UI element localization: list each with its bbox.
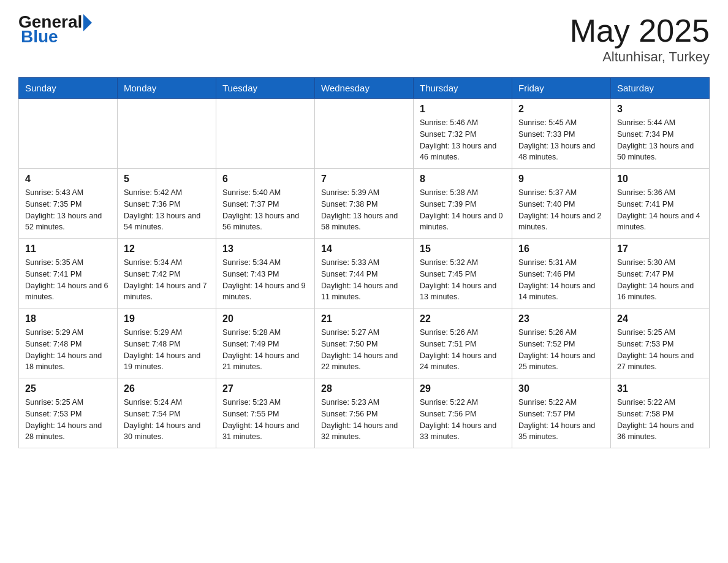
day-header-tuesday: Tuesday bbox=[216, 78, 315, 99]
day-info: Sunrise: 5:34 AMSunset: 7:43 PMDaylight:… bbox=[222, 257, 308, 303]
day-info: Sunrise: 5:29 AMSunset: 7:48 PMDaylight:… bbox=[25, 327, 111, 373]
day-number: 22 bbox=[420, 313, 506, 324]
day-number: 13 bbox=[222, 243, 308, 255]
calendar-cell: 3Sunrise: 5:44 AMSunset: 7:34 PMDaylight… bbox=[611, 99, 710, 169]
calendar-cell: 9Sunrise: 5:37 AMSunset: 7:40 PMDaylight… bbox=[512, 169, 611, 239]
day-header-monday: Monday bbox=[118, 78, 216, 99]
day-number: 31 bbox=[617, 383, 703, 394]
day-number: 21 bbox=[321, 313, 407, 324]
calendar-cell: 18Sunrise: 5:29 AMSunset: 7:48 PMDayligh… bbox=[19, 308, 118, 378]
title-block: May 2025 Altunhisar, Turkey bbox=[570, 12, 710, 65]
week-row-2: 4Sunrise: 5:43 AMSunset: 7:35 PMDaylight… bbox=[19, 169, 710, 239]
calendar-cell bbox=[315, 99, 414, 169]
calendar-cell: 15Sunrise: 5:32 AMSunset: 7:45 PMDayligh… bbox=[414, 239, 512, 308]
calendar-cell: 2Sunrise: 5:45 AMSunset: 7:33 PMDaylight… bbox=[512, 99, 611, 169]
calendar-cell bbox=[216, 99, 315, 169]
logo-blue-text: Blue bbox=[21, 27, 58, 47]
day-info: Sunrise: 5:34 AMSunset: 7:42 PMDaylight:… bbox=[124, 257, 210, 303]
day-number: 2 bbox=[518, 104, 604, 115]
day-header-saturday: Saturday bbox=[611, 78, 710, 99]
logo: General Blue bbox=[18, 12, 92, 47]
calendar-header-row: SundayMondayTuesdayWednesdayThursdayFrid… bbox=[19, 78, 710, 99]
calendar-cell: 12Sunrise: 5:34 AMSunset: 7:42 PMDayligh… bbox=[118, 239, 216, 308]
day-number: 7 bbox=[321, 174, 407, 185]
day-number: 28 bbox=[321, 383, 407, 394]
day-info: Sunrise: 5:38 AMSunset: 7:39 PMDaylight:… bbox=[420, 187, 506, 233]
day-info: Sunrise: 5:26 AMSunset: 7:52 PMDaylight:… bbox=[518, 327, 604, 373]
day-header-thursday: Thursday bbox=[414, 78, 512, 99]
day-info: Sunrise: 5:46 AMSunset: 7:32 PMDaylight:… bbox=[420, 117, 506, 163]
calendar-cell: 5Sunrise: 5:42 AMSunset: 7:36 PMDaylight… bbox=[118, 169, 216, 239]
day-number: 30 bbox=[518, 383, 604, 394]
day-info: Sunrise: 5:36 AMSunset: 7:41 PMDaylight:… bbox=[617, 187, 703, 233]
day-header-sunday: Sunday bbox=[19, 78, 118, 99]
day-header-wednesday: Wednesday bbox=[315, 78, 414, 99]
day-info: Sunrise: 5:28 AMSunset: 7:49 PMDaylight:… bbox=[222, 327, 308, 373]
day-info: Sunrise: 5:32 AMSunset: 7:45 PMDaylight:… bbox=[420, 257, 506, 303]
calendar-cell: 26Sunrise: 5:24 AMSunset: 7:54 PMDayligh… bbox=[118, 378, 216, 448]
page-header: General Blue May 2025 Altunhisar, Turkey bbox=[18, 12, 710, 65]
calendar-cell: 17Sunrise: 5:30 AMSunset: 7:47 PMDayligh… bbox=[611, 239, 710, 308]
logo-arrow-icon bbox=[83, 14, 92, 31]
calendar-cell: 29Sunrise: 5:22 AMSunset: 7:56 PMDayligh… bbox=[414, 378, 512, 448]
day-info: Sunrise: 5:22 AMSunset: 7:56 PMDaylight:… bbox=[420, 397, 506, 443]
day-info: Sunrise: 5:24 AMSunset: 7:54 PMDaylight:… bbox=[124, 397, 210, 443]
day-number: 5 bbox=[124, 174, 210, 185]
day-number: 17 bbox=[617, 243, 703, 255]
day-info: Sunrise: 5:25 AMSunset: 7:53 PMDaylight:… bbox=[617, 327, 703, 373]
day-info: Sunrise: 5:43 AMSunset: 7:35 PMDaylight:… bbox=[25, 187, 111, 233]
month-title: May 2025 bbox=[570, 12, 710, 49]
day-info: Sunrise: 5:40 AMSunset: 7:37 PMDaylight:… bbox=[222, 187, 308, 233]
week-row-3: 11Sunrise: 5:35 AMSunset: 7:41 PMDayligh… bbox=[19, 239, 710, 308]
calendar-cell: 22Sunrise: 5:26 AMSunset: 7:51 PMDayligh… bbox=[414, 308, 512, 378]
day-info: Sunrise: 5:39 AMSunset: 7:38 PMDaylight:… bbox=[321, 187, 407, 233]
day-header-friday: Friday bbox=[512, 78, 611, 99]
day-info: Sunrise: 5:23 AMSunset: 7:55 PMDaylight:… bbox=[222, 397, 308, 443]
calendar-cell: 30Sunrise: 5:22 AMSunset: 7:57 PMDayligh… bbox=[512, 378, 611, 448]
day-number: 19 bbox=[124, 313, 210, 324]
day-number: 12 bbox=[124, 243, 210, 255]
day-number: 11 bbox=[25, 243, 111, 255]
day-info: Sunrise: 5:27 AMSunset: 7:50 PMDaylight:… bbox=[321, 327, 407, 373]
location-text: Altunhisar, Turkey bbox=[570, 49, 710, 65]
calendar-cell: 24Sunrise: 5:25 AMSunset: 7:53 PMDayligh… bbox=[611, 308, 710, 378]
calendar-cell: 19Sunrise: 5:29 AMSunset: 7:48 PMDayligh… bbox=[118, 308, 216, 378]
day-info: Sunrise: 5:35 AMSunset: 7:41 PMDaylight:… bbox=[25, 257, 111, 303]
calendar-cell: 20Sunrise: 5:28 AMSunset: 7:49 PMDayligh… bbox=[216, 308, 315, 378]
calendar-cell: 7Sunrise: 5:39 AMSunset: 7:38 PMDaylight… bbox=[315, 169, 414, 239]
calendar-cell: 8Sunrise: 5:38 AMSunset: 7:39 PMDaylight… bbox=[414, 169, 512, 239]
day-number: 9 bbox=[518, 174, 604, 185]
day-info: Sunrise: 5:23 AMSunset: 7:56 PMDaylight:… bbox=[321, 397, 407, 443]
day-number: 20 bbox=[222, 313, 308, 324]
day-number: 15 bbox=[420, 243, 506, 255]
day-number: 24 bbox=[617, 313, 703, 324]
calendar-cell: 13Sunrise: 5:34 AMSunset: 7:43 PMDayligh… bbox=[216, 239, 315, 308]
calendar-cell: 1Sunrise: 5:46 AMSunset: 7:32 PMDaylight… bbox=[414, 99, 512, 169]
day-info: Sunrise: 5:22 AMSunset: 7:57 PMDaylight:… bbox=[518, 397, 604, 443]
day-info: Sunrise: 5:31 AMSunset: 7:46 PMDaylight:… bbox=[518, 257, 604, 303]
calendar-cell: 14Sunrise: 5:33 AMSunset: 7:44 PMDayligh… bbox=[315, 239, 414, 308]
day-number: 23 bbox=[518, 313, 604, 324]
day-info: Sunrise: 5:45 AMSunset: 7:33 PMDaylight:… bbox=[518, 117, 604, 163]
day-info: Sunrise: 5:26 AMSunset: 7:51 PMDaylight:… bbox=[420, 327, 506, 373]
day-number: 16 bbox=[518, 243, 604, 255]
day-number: 6 bbox=[222, 174, 308, 185]
day-number: 4 bbox=[25, 174, 111, 185]
day-number: 18 bbox=[25, 313, 111, 324]
day-info: Sunrise: 5:33 AMSunset: 7:44 PMDaylight:… bbox=[321, 257, 407, 303]
day-number: 25 bbox=[25, 383, 111, 394]
calendar-cell bbox=[118, 99, 216, 169]
calendar-cell: 10Sunrise: 5:36 AMSunset: 7:41 PMDayligh… bbox=[611, 169, 710, 239]
day-number: 8 bbox=[420, 174, 506, 185]
calendar-cell: 21Sunrise: 5:27 AMSunset: 7:50 PMDayligh… bbox=[315, 308, 414, 378]
calendar-table: SundayMondayTuesdayWednesdayThursdayFrid… bbox=[18, 77, 710, 448]
day-info: Sunrise: 5:44 AMSunset: 7:34 PMDaylight:… bbox=[617, 117, 703, 163]
day-info: Sunrise: 5:22 AMSunset: 7:58 PMDaylight:… bbox=[617, 397, 703, 443]
calendar-cell bbox=[19, 99, 118, 169]
calendar-cell: 11Sunrise: 5:35 AMSunset: 7:41 PMDayligh… bbox=[19, 239, 118, 308]
calendar-cell: 31Sunrise: 5:22 AMSunset: 7:58 PMDayligh… bbox=[611, 378, 710, 448]
week-row-1: 1Sunrise: 5:46 AMSunset: 7:32 PMDaylight… bbox=[19, 99, 710, 169]
calendar-cell: 6Sunrise: 5:40 AMSunset: 7:37 PMDaylight… bbox=[216, 169, 315, 239]
week-row-5: 25Sunrise: 5:25 AMSunset: 7:53 PMDayligh… bbox=[19, 378, 710, 448]
day-info: Sunrise: 5:42 AMSunset: 7:36 PMDaylight:… bbox=[124, 187, 210, 233]
